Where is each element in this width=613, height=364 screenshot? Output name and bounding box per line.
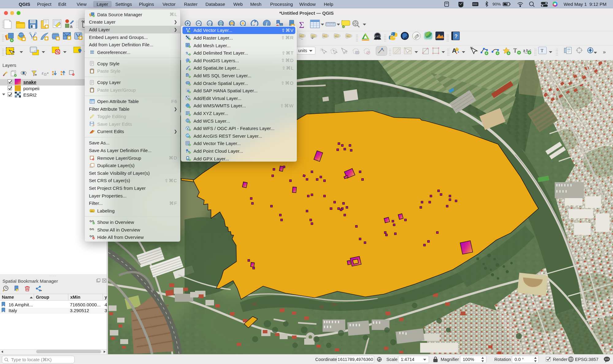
svg-text:a: a [70, 24, 73, 29]
svg-text:1:1: 1:1 [208, 22, 212, 25]
svg-text:units: units [298, 48, 307, 53]
svg-text:90%: 90% [492, 2, 501, 6]
svg-text:?: ? [454, 33, 458, 39]
svg-text:EST: EST [375, 35, 380, 38]
svg-text:abc: abc [90, 210, 94, 212]
svg-text:Σ: Σ [299, 20, 304, 30]
svg-text:ε: ε [42, 71, 44, 75]
svg-text:»: » [603, 49, 606, 55]
svg-text:T: T [513, 47, 517, 54]
svg-text:,: , [188, 51, 189, 56]
svg-text:T: T [541, 48, 543, 53]
